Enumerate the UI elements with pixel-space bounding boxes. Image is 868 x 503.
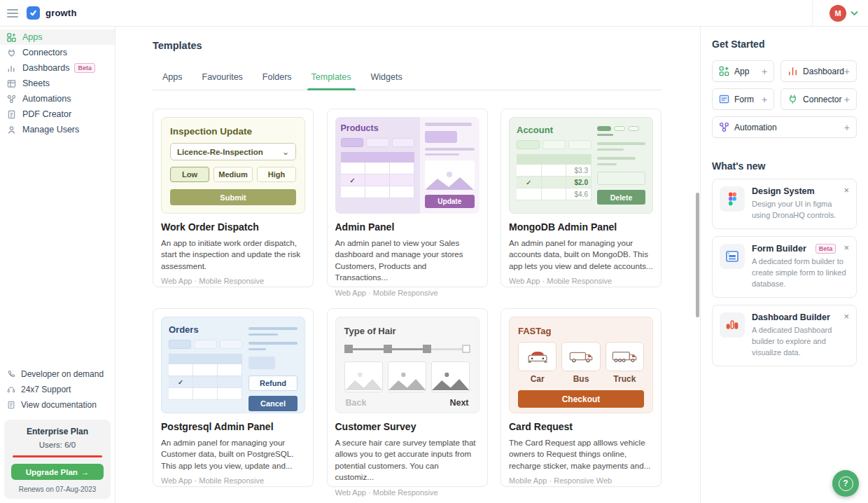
- dashboard-builder-icon: [720, 312, 745, 338]
- sidebar-item-automations[interactable]: Automations: [0, 91, 115, 106]
- form-icon: [719, 94, 729, 104]
- side-link-label: 24x7 Support: [21, 385, 71, 394]
- dashboard-icon: [788, 66, 798, 76]
- plan-renewal-date: Renews on 07-Aug-2023: [11, 485, 104, 493]
- template-meta: Web App · Mobile Responsive: [161, 476, 305, 485]
- tab-bar: Apps Favourites Folders Templates Widget…: [153, 68, 662, 90]
- developer-on-demand-link[interactable]: Developer on demand: [0, 366, 115, 382]
- pill-high: High: [257, 167, 296, 182]
- tab-templates[interactable]: Templates: [302, 68, 361, 90]
- template-card-card-request[interactable]: FASTag Car Bus: [500, 308, 662, 487]
- whats-new-card-form-builder[interactable]: Form Builder Beta A dedicated form build…: [712, 236, 857, 298]
- sidebar-item-label: Apps: [22, 32, 43, 42]
- form-builder-icon: [720, 244, 745, 269]
- close-icon[interactable]: ×: [844, 243, 849, 252]
- documentation-link[interactable]: View documentation: [0, 397, 115, 413]
- preview-title: Orders: [169, 324, 242, 335]
- check-icon: ✓: [526, 179, 531, 186]
- create-form-button[interactable]: Form +: [712, 88, 774, 110]
- upgrade-plan-button[interactable]: Upgrade Plan →: [11, 464, 104, 480]
- pill-low: Low: [170, 167, 209, 182]
- create-app-button[interactable]: App +: [712, 60, 774, 82]
- create-automation-button[interactable]: Automation +: [712, 116, 857, 138]
- image-placeholder: [431, 361, 470, 392]
- sidebar-item-apps[interactable]: Apps: [0, 29, 115, 45]
- user-avatar[interactable]: M: [830, 5, 846, 22]
- create-dashboard-button[interactable]: Dashboard +: [780, 60, 857, 82]
- sidebar-item-sheets[interactable]: Sheets: [0, 76, 115, 91]
- question-mark-icon: ?: [839, 476, 853, 491]
- preview-next-label: Next: [449, 398, 468, 408]
- phone-icon: [7, 370, 15, 378]
- preview-title: Account: [517, 125, 592, 135]
- template-grid: Inspection Update Licence-Re-Inspection …: [153, 109, 662, 503]
- preview-refund-button: Refund: [248, 375, 298, 391]
- template-card-work-order-dispatch[interactable]: Inspection Update Licence-Re-Inspection …: [153, 109, 314, 287]
- chevron-down-icon: ⌄: [282, 147, 289, 157]
- whats-new-card-dashboard-builder[interactable]: Dashboard Builder A dedicated Dashboard …: [712, 305, 857, 366]
- vehicle-label: Bus: [561, 374, 600, 384]
- mini-table: ✓: [341, 152, 415, 198]
- plan-name: Enterprise Plan: [11, 427, 104, 436]
- vehicle-label: Car: [518, 374, 556, 384]
- image-placeholder: [388, 361, 426, 392]
- support-link[interactable]: 24x7 Support: [0, 382, 115, 397]
- beta-badge: Beta: [74, 63, 95, 73]
- page-title: Templates: [153, 40, 700, 51]
- template-card-customer-survey[interactable]: Type of Hair Back Next Customer Survey A…: [327, 308, 488, 487]
- help-button[interactable]: ?: [832, 470, 859, 497]
- template-meta: Web App · Mobile Responsive: [161, 277, 305, 285]
- preview-select: Licence-Re-Inspection ⌄: [170, 143, 296, 160]
- mini-table: ✓: [169, 354, 242, 400]
- plus-icon: +: [844, 122, 850, 133]
- template-card-postgresql-admin-panel[interactable]: Orders ✓ Refund Cancel: [153, 308, 314, 487]
- create-connector-button[interactable]: Connector +: [780, 88, 857, 110]
- tab-widgets[interactable]: Widgets: [361, 68, 412, 90]
- tab-apps[interactable]: Apps: [153, 68, 192, 90]
- close-icon[interactable]: ×: [844, 186, 849, 195]
- template-preview: Inspection Update Licence-Re-Inspection …: [161, 117, 305, 214]
- pdf-icon: [7, 110, 16, 119]
- connector-icon: [7, 48, 16, 57]
- dashboard-icon: [7, 64, 16, 73]
- preview-update-button: Update: [425, 195, 474, 208]
- chevron-down-icon[interactable]: [850, 11, 858, 16]
- pill-medium: Medium: [214, 167, 253, 182]
- template-preview: Orders ✓ Refund Cancel: [161, 317, 305, 413]
- close-icon[interactable]: ×: [844, 312, 849, 321]
- tab-favourites[interactable]: Favourites: [192, 68, 253, 90]
- whats-new-card-design-system[interactable]: Design System Design your UI in figma us…: [712, 179, 857, 229]
- main-content: Templates Apps Favourites Folders Templa…: [115, 27, 700, 503]
- plus-icon: +: [844, 94, 850, 105]
- scrollbar[interactable]: [696, 193, 699, 317]
- sidebar-item-pdf-creator[interactable]: PDF Creator: [0, 106, 115, 122]
- connector-icon: [788, 94, 798, 104]
- side-link-label: Developer on demand: [21, 369, 104, 379]
- automations-icon: [7, 95, 16, 104]
- template-name: Work Order Dispatch: [161, 221, 305, 233]
- plan-card: Enterprise Plan Users: 6/0 Upgrade Plan …: [4, 420, 111, 499]
- dronahq-logo[interactable]: [27, 6, 40, 20]
- user-icon: [7, 125, 16, 135]
- sidebar-item-label: PDF Creator: [22, 109, 71, 119]
- image-placeholder: [425, 160, 474, 190]
- vehicle-label: Truck: [606, 374, 644, 384]
- preview-title: Products: [341, 123, 415, 133]
- template-card-mongodb-admin-panel[interactable]: Account $3.3 ✓$2.0 $4.6: [500, 109, 662, 287]
- tab-folders[interactable]: Folders: [253, 68, 302, 90]
- template-name: Card Request: [509, 421, 653, 432]
- plus-icon: +: [762, 66, 767, 77]
- template-description: An admin panel to view your Sales dashbo…: [335, 237, 479, 284]
- preview-title: Inspection Update: [170, 126, 296, 137]
- template-card-admin-panel[interactable]: Products ✓: [327, 109, 488, 287]
- template-description: An app to initiate work order dispatch, …: [161, 237, 305, 272]
- sidebar-item-dashboards[interactable]: Dashboards Beta: [0, 60, 115, 76]
- divider: [812, 0, 813, 26]
- hamburger-menu-icon[interactable]: [7, 7, 18, 20]
- whats-new-title: What's new: [712, 160, 857, 172]
- truck-icon: [606, 342, 644, 371]
- plus-icon: +: [844, 66, 850, 77]
- preview-back-label: Back: [346, 398, 367, 408]
- sidebar-item-connectors[interactable]: Connectors: [0, 45, 115, 60]
- sidebar-item-manage-users[interactable]: Manage Users: [0, 122, 115, 137]
